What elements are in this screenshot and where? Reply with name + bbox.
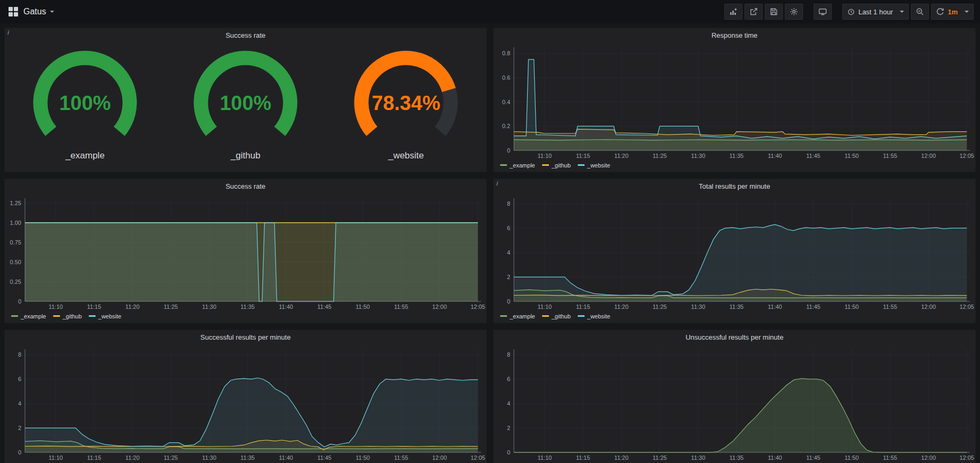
- svg-text:4: 4: [507, 249, 510, 256]
- refresh-button[interactable]: 1m: [931, 4, 974, 20]
- time-range-picker[interactable]: Last 1 hour: [842, 4, 909, 20]
- svg-text:12:00: 12:00: [921, 304, 936, 310]
- legend-series-label: _example: [510, 162, 535, 169]
- add-panel-button[interactable]: [724, 4, 742, 20]
- legend-item[interactable]: _example: [11, 313, 46, 319]
- svg-text:2: 2: [507, 274, 510, 280]
- panel-title[interactable]: Total results per minute: [494, 179, 975, 193]
- svg-text:11:35: 11:35: [241, 454, 255, 461]
- svg-text:11:55: 11:55: [394, 454, 408, 461]
- svg-text:11:20: 11:20: [614, 153, 629, 159]
- share-button[interactable]: [745, 4, 763, 20]
- svg-text:11:25: 11:25: [653, 153, 667, 159]
- chart-legend: _example_github_website: [494, 312, 975, 323]
- legend-item[interactable]: _github: [53, 313, 82, 319]
- clock-icon: [847, 8, 855, 16]
- svg-text:2: 2: [18, 425, 21, 431]
- svg-text:11:20: 11:20: [125, 454, 140, 461]
- legend-item[interactable]: _website: [578, 162, 610, 169]
- dashboard-title: Gatus: [23, 7, 46, 16]
- svg-text:11:10: 11:10: [537, 153, 552, 159]
- chart-legend: _example_github_website: [5, 312, 486, 323]
- panel-title[interactable]: Successful results per minute: [5, 330, 486, 344]
- legend-item[interactable]: _example: [500, 313, 535, 319]
- svg-text:0: 0: [18, 449, 21, 456]
- svg-text:0: 0: [18, 298, 21, 305]
- legend-series-icon: [578, 164, 585, 166]
- svg-text:100%: 100%: [59, 92, 111, 114]
- settings-button[interactable]: [785, 4, 803, 20]
- legend-item[interactable]: _website: [89, 313, 121, 319]
- info-icon[interactable]: i: [5, 28, 13, 36]
- legend-series-label: _website: [587, 313, 610, 319]
- svg-text:11:45: 11:45: [806, 153, 821, 159]
- svg-text:6: 6: [507, 225, 510, 231]
- svg-text:11:45: 11:45: [317, 454, 332, 461]
- svg-text:11:20: 11:20: [614, 454, 629, 461]
- panel-total-results: i Total results per minute 11:1011:1511:…: [493, 179, 976, 323]
- legend-series-icon: [500, 164, 507, 166]
- zoom-out-icon: [916, 7, 924, 16]
- legend-series-label: _website: [587, 162, 610, 169]
- svg-text:12:05: 12:05: [959, 454, 974, 461]
- tv-mode-button[interactable]: [814, 4, 832, 20]
- legend-item[interactable]: _github: [542, 313, 571, 319]
- response-time-chart[interactable]: 11:1011:1511:2011:2511:3011:3511:4011:45…: [494, 42, 975, 161]
- svg-text:11:40: 11:40: [768, 454, 782, 461]
- panel-title[interactable]: Success rate: [5, 179, 486, 193]
- svg-text:11:30: 11:30: [691, 304, 705, 310]
- svg-text:11:50: 11:50: [844, 153, 859, 159]
- svg-text:1.25: 1.25: [10, 200, 21, 206]
- unsuccessful-results-chart[interactable]: 11:1011:1511:2011:2511:3011:3511:4011:45…: [494, 344, 975, 463]
- panel-title[interactable]: Response time: [494, 28, 975, 42]
- legend-item[interactable]: _website: [578, 313, 610, 319]
- svg-text:4: 4: [507, 400, 510, 407]
- share-icon: [749, 7, 758, 16]
- svg-text:11:25: 11:25: [164, 304, 178, 310]
- time-range-label: Last 1 hour: [858, 8, 893, 16]
- svg-text:12:05: 12:05: [959, 304, 974, 310]
- svg-text:11:35: 11:35: [730, 153, 744, 159]
- legend-series-label: _website: [98, 313, 121, 319]
- svg-text:0.25: 0.25: [10, 279, 21, 285]
- legend-item[interactable]: _github: [542, 162, 571, 169]
- panel-title[interactable]: Success rate: [5, 28, 486, 42]
- svg-text:11:20: 11:20: [125, 304, 140, 310]
- svg-text:8: 8: [507, 351, 510, 358]
- svg-text:11:35: 11:35: [241, 304, 255, 310]
- dashboard-title-dropdown[interactable]: Gatus: [23, 7, 54, 16]
- svg-text:4: 4: [18, 400, 21, 407]
- svg-text:11:50: 11:50: [356, 304, 370, 310]
- panel-title[interactable]: Unsuccessful results per minute: [494, 330, 975, 344]
- svg-text:11:10: 11:10: [48, 454, 63, 461]
- success-rate-chart[interactable]: 11:1011:1511:2011:2511:3011:3511:4011:45…: [5, 193, 486, 312]
- top-navbar: Gatus: [0, 0, 980, 23]
- gauge: 100%_github: [171, 44, 320, 161]
- total-results-chart[interactable]: 11:1011:1511:2011:2511:3011:3511:4011:45…: [494, 193, 975, 312]
- dashboard-grid-icon[interactable]: [9, 7, 18, 16]
- gauge: 78.34%_website: [332, 44, 480, 161]
- legend-series-label: _github: [552, 162, 571, 169]
- chart-legend: _example_github_website: [494, 161, 975, 172]
- svg-text:11:15: 11:15: [87, 454, 102, 461]
- svg-text:0.75: 0.75: [10, 239, 21, 246]
- save-icon: [770, 7, 778, 16]
- legend-series-label: _github: [63, 313, 82, 319]
- info-icon[interactable]: i: [494, 179, 502, 187]
- svg-text:11:10: 11:10: [537, 454, 552, 461]
- legend-item[interactable]: _example: [500, 162, 535, 169]
- save-button[interactable]: [765, 4, 783, 20]
- panel-successful-results: Successful results per minute 11:1011:15…: [4, 330, 487, 463]
- gauge-label: _website: [388, 150, 424, 161]
- svg-text:11:40: 11:40: [279, 454, 293, 461]
- svg-text:12:00: 12:00: [921, 153, 936, 159]
- svg-text:11:35: 11:35: [730, 304, 744, 310]
- gauge-label: _example: [65, 150, 105, 161]
- tv-icon: [818, 7, 827, 16]
- panel-success-rate-gauges: i Success rate 100%_example100%_github78…: [4, 28, 487, 172]
- zoom-out-button[interactable]: [911, 4, 929, 20]
- gauge-arc: 100%: [171, 44, 320, 150]
- svg-text:11:50: 11:50: [844, 454, 859, 461]
- svg-text:11:45: 11:45: [806, 304, 821, 310]
- successful-results-chart[interactable]: 11:1011:1511:2011:2511:3011:3511:4011:45…: [5, 344, 486, 463]
